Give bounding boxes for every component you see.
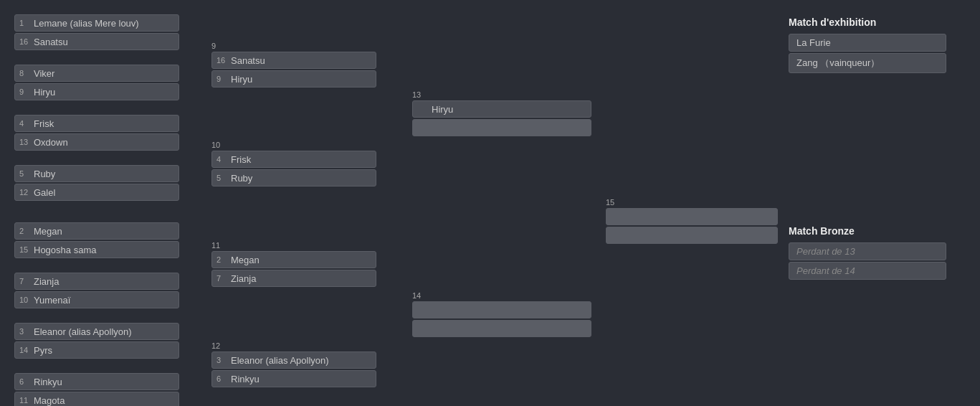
player-name: Zianja	[231, 273, 371, 284]
player-row	[606, 208, 778, 225]
match-label: 15	[606, 198, 778, 207]
player-row: 2 Megan	[14, 222, 179, 240]
player-name: Oxdown	[34, 137, 174, 148]
player-name: Hiryu	[231, 74, 371, 85]
match-label: 12	[211, 341, 376, 350]
match-1: 1 Lemane (alias Mere louv) 16 Sanatsu	[14, 14, 179, 50]
player-row: 7 Zianja	[211, 270, 376, 287]
player-name: Zianja	[34, 276, 174, 287]
seed: 2	[217, 255, 227, 264]
player-row: 5 Ruby	[14, 165, 179, 182]
match-2: 8 Viker 9 Hiryu	[14, 65, 179, 100]
player-row: 11 Magota	[14, 392, 179, 406]
match-12: 12 3 Eleanor (alias Apollyon) 6 Rinkyu	[211, 341, 376, 387]
player-row: 7 Zianja	[14, 273, 179, 290]
match-label: 13	[412, 90, 591, 99]
seed: 10	[19, 296, 29, 304]
seed: 6	[217, 374, 227, 383]
seed: 4	[217, 155, 227, 164]
player-row: Hiryu	[412, 100, 591, 118]
player-row: 1 Lemane (alias Mere louv)	[14, 14, 179, 32]
player-row: 4 Frisk	[211, 151, 376, 168]
player-row: 3 Eleanor (alias Apollyon)	[211, 351, 376, 369]
match-7: 3 Eleanor (alias Apollyon) 14 Pyrs	[14, 323, 179, 359]
seed: 7	[19, 277, 29, 285]
match-14: 14	[412, 291, 591, 337]
player-row: 6 Rinkyu	[14, 373, 179, 390]
player-name: Rinkyu	[34, 377, 174, 387]
player-name: Megan	[231, 255, 371, 265]
player-name: Rinkyu	[231, 374, 371, 384]
seed: 11	[19, 396, 29, 405]
exhibition-player-1: La Furie	[789, 34, 946, 52]
seed: 4	[19, 119, 29, 128]
match-label: 14	[412, 291, 591, 300]
match-label: 9	[211, 42, 376, 50]
match-5: 2 Megan 15 Hogosha sama	[14, 222, 179, 258]
player-row	[412, 301, 591, 318]
seed: 15	[19, 245, 29, 254]
player-row: 9 Hiryu	[211, 70, 376, 88]
seed: 2	[19, 227, 29, 235]
match-10: 10 4 Frisk 5 Ruby	[211, 141, 376, 187]
seed: 12	[19, 188, 29, 197]
seed: 1	[19, 19, 29, 27]
match-label: 11	[211, 241, 376, 250]
player-row: 6 Rinkyu	[211, 370, 376, 387]
player-name: Pyrs	[34, 345, 174, 356]
player-row: 2 Megan	[211, 251, 376, 268]
player-row: 14 Pyrs	[14, 341, 179, 359]
player-row: 5 Ruby	[211, 169, 376, 187]
seed: 3	[19, 327, 29, 336]
seed: 13	[19, 138, 29, 146]
match-13: 13 Hiryu	[412, 90, 591, 136]
match-15: 15	[606, 198, 778, 244]
match-9: 9 16 Sanatsu 9 Hiryu	[211, 42, 376, 88]
player-name: Hiryu	[432, 104, 586, 115]
bronze-player-1: Perdant de 13	[789, 242, 946, 260]
player-row: 13 Oxdown	[14, 133, 179, 151]
bronze-panel: Match Bronze Perdant de 13 Perdant de 14	[789, 225, 973, 281]
exhibition-panel: Match d'exhibition La Furie Zang （vainqu…	[789, 16, 973, 75]
player-row: 3 Eleanor (alias Apollyon)	[14, 323, 179, 340]
seed: 9	[19, 88, 29, 96]
match-11: 11 2 Megan 7 Zianja	[211, 241, 376, 287]
player-row: 4 Frisk	[14, 115, 179, 132]
player-name: Hogosha sama	[34, 245, 174, 255]
player-name: Frisk	[231, 154, 371, 165]
player-row	[606, 227, 778, 244]
player-name: Yumenaï	[34, 295, 174, 306]
player-name: Galel	[34, 187, 174, 198]
seed: 9	[217, 75, 227, 83]
player-name: Eleanor (alias Apollyon)	[231, 355, 371, 366]
bronze-player-2: Perdant de 14	[789, 262, 946, 280]
match-8: 6 Rinkyu 11 Magota	[14, 373, 179, 406]
player-name: Ruby	[34, 169, 174, 179]
player-row: 16 Sanatsu	[14, 33, 179, 50]
player-name: Sanatsu	[34, 37, 174, 47]
player-row: 12 Galel	[14, 184, 179, 201]
exhibition-title: Match d'exhibition	[789, 16, 973, 28]
player-row: 8 Viker	[14, 65, 179, 82]
match-6: 7 Zianja 10 Yumenaï	[14, 273, 179, 308]
exhibition-player-2: Zang （vainqueur）	[789, 53, 946, 73]
player-name: Eleanor (alias Apollyon)	[34, 326, 174, 337]
player-name: Megan	[34, 226, 174, 237]
player-row: 16 Sanatsu	[211, 52, 376, 69]
player-name: Frisk	[34, 118, 174, 129]
player-row	[412, 119, 591, 136]
seed: 7	[217, 274, 227, 283]
player-name: Hiryu	[34, 87, 174, 98]
seed: 6	[19, 377, 29, 386]
player-name: Viker	[34, 68, 174, 79]
player-name: Magota	[34, 395, 174, 406]
player-row: 10 Yumenaï	[14, 291, 179, 308]
player-name: Ruby	[231, 173, 371, 184]
player-row: 15 Hogosha sama	[14, 241, 179, 258]
seed: 8	[19, 69, 29, 77]
seed: 5	[217, 174, 227, 182]
seed: 3	[217, 356, 227, 364]
seed: 5	[19, 169, 29, 178]
seed: 14	[19, 346, 29, 354]
seed: 16	[217, 56, 227, 65]
